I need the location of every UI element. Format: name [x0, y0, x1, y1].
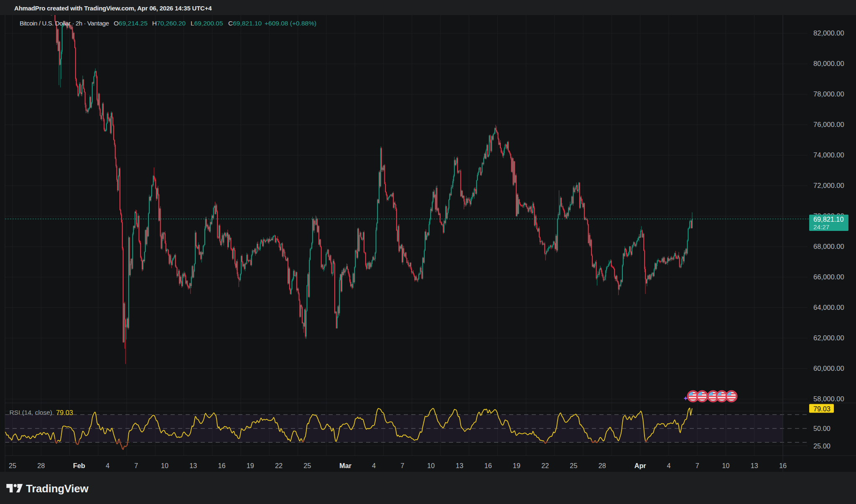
svg-text:16: 16 — [484, 462, 492, 469]
svg-text:19: 19 — [513, 462, 520, 469]
svg-text:25.00: 25.00 — [813, 442, 831, 450]
svg-text:10: 10 — [722, 462, 729, 469]
svg-text:10: 10 — [427, 462, 435, 469]
svg-text:7: 7 — [400, 462, 404, 469]
svg-text:72,000.00: 72,000.00 — [813, 182, 844, 190]
svg-text:4: 4 — [372, 462, 376, 469]
svg-text:Apr: Apr — [634, 462, 647, 469]
svg-text:AhmadPro created with TradingV: AhmadPro created with TradingView.com, A… — [14, 5, 212, 12]
svg-text:13: 13 — [751, 462, 758, 469]
svg-text:TradingView: TradingView — [26, 482, 89, 495]
svg-text:7: 7 — [696, 462, 699, 469]
svg-text:Mar: Mar — [339, 462, 352, 469]
svg-text:58,000.00: 58,000.00 — [813, 395, 844, 403]
svg-text:24:27: 24:27 — [813, 223, 829, 230]
svg-text:19: 19 — [247, 462, 254, 469]
svg-text:62,000.00: 62,000.00 — [813, 334, 844, 342]
svg-text:82,000.00: 82,000.00 — [813, 29, 844, 37]
svg-text:16: 16 — [218, 462, 226, 469]
svg-text:13: 13 — [189, 462, 197, 469]
svg-text:25: 25 — [303, 462, 311, 469]
svg-text:13: 13 — [456, 462, 463, 469]
svg-text:Feb: Feb — [73, 462, 85, 469]
svg-text:60,000.00: 60,000.00 — [813, 365, 844, 372]
svg-text:10: 10 — [161, 462, 168, 469]
svg-text:16: 16 — [779, 462, 787, 469]
svg-text:79.03: 79.03 — [56, 409, 73, 416]
svg-text:80,000.00: 80,000.00 — [813, 60, 844, 68]
svg-text:O69,214.25H70,260.20L69,200.05: O69,214.25H70,260.20L69,200.05C69,821.10… — [114, 20, 316, 27]
svg-text:25: 25 — [570, 462, 577, 469]
svg-text:66,000.00: 66,000.00 — [813, 273, 844, 281]
svg-text:4: 4 — [106, 462, 110, 469]
svg-text:Bitcoin / U.S. Dollar · 2h · V: Bitcoin / U.S. Dollar · 2h · Vantage — [20, 20, 109, 27]
svg-text:4: 4 — [667, 462, 670, 469]
svg-text:64,000.00: 64,000.00 — [813, 304, 844, 312]
svg-text:79.03: 79.03 — [813, 405, 831, 413]
svg-text:69,821.10: 69,821.10 — [813, 215, 843, 223]
svg-text:78,000.00: 78,000.00 — [813, 90, 844, 98]
svg-text:22: 22 — [275, 462, 283, 469]
svg-text:RSI (14, close): RSI (14, close) — [10, 409, 53, 416]
svg-text:68,000.00: 68,000.00 — [813, 243, 844, 251]
svg-text:7: 7 — [134, 462, 138, 469]
svg-text:28: 28 — [599, 462, 606, 469]
svg-text:50.00: 50.00 — [813, 425, 831, 432]
svg-text:25: 25 — [9, 462, 16, 469]
svg-text:76,000.00: 76,000.00 — [813, 121, 844, 129]
svg-text:28: 28 — [37, 462, 45, 469]
svg-text:22: 22 — [541, 462, 549, 469]
svg-text:74,000.00: 74,000.00 — [813, 151, 844, 159]
